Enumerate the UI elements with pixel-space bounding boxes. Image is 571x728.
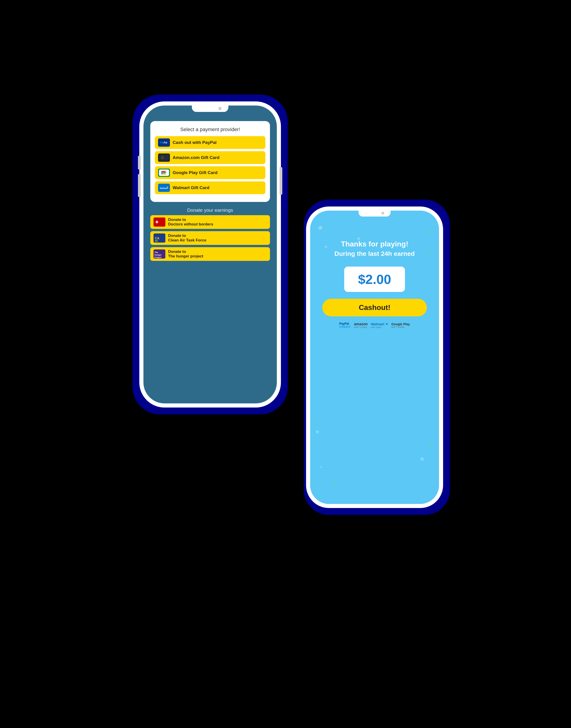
svg-text:Hunger: Hunger: [154, 254, 162, 256]
catf-icon: CA TF: [153, 233, 165, 242]
dwb-button[interactable]: ✚ Donate to Doctors without borders: [150, 215, 270, 229]
cashout-label: Cashout!: [359, 303, 390, 312]
star-deco-1: ★: [317, 223, 324, 232]
star-deco-4: ★: [356, 235, 362, 242]
walmart-button[interactable]: Walmart ✦ Walmart Gift Card: [155, 181, 265, 194]
gplay-gift-logo: Google Play GIFT CARD: [391, 322, 410, 328]
hp-icon: The Hunger Project: [153, 249, 165, 258]
gplay-button[interactable]: Google Play Gift Card: [155, 166, 265, 179]
hp-text: Donate to The hunger project: [168, 249, 203, 258]
hp-line2: The hunger project: [168, 254, 203, 258]
phone2-screen: ★ ★ ★ ★ ★ ★ ★ ★ ★ ★ Thanks for playing! …: [310, 217, 439, 504]
walmart-icon: Walmart ✦: [158, 184, 170, 192]
star-deco-5: ★: [429, 253, 432, 258]
phone1-screen: Select a payment provider! Pay Pal Cash …: [143, 112, 277, 403]
svg-text:✚: ✚: [155, 220, 158, 224]
amazon-label: Amazon.com Gift Card: [173, 155, 220, 160]
svg-text:TF: TF: [155, 240, 158, 242]
phone1-notch: [192, 106, 228, 112]
star-deco-8: ★: [319, 464, 323, 470]
cashout-button[interactable]: Cashout!: [322, 299, 427, 316]
svg-text:✦: ✦: [166, 186, 168, 189]
amazon-gift-logo: amazon GIFT CARD: [354, 322, 368, 328]
phone2-notch: [359, 211, 390, 217]
amazon-button[interactable]: ⌂ Amazon.com Gift Card: [155, 151, 265, 164]
star-deco-7: ★: [429, 441, 433, 447]
catf-line1: Donate to: [168, 233, 206, 238]
amazon-icon: ⌂: [158, 153, 170, 162]
paypal-button[interactable]: Pay Pal Cash out with PayPal: [155, 136, 265, 149]
phone2: ★ ★ ★ ★ ★ ★ ★ ★ ★ ★ Thanks for playing! …: [306, 207, 443, 508]
paypal-credit-logo: PayPal CREDIT: [339, 322, 351, 328]
hp-button[interactable]: The Hunger Project Donate to The hunger …: [150, 247, 270, 261]
svg-text:Project: Project: [154, 256, 161, 258]
walmart-gift-logo: Walmart ✦ Gift Card: [371, 322, 388, 328]
payment-logos-row: PayPal CREDIT amazon GIFT CARD Walmart ✦…: [339, 322, 410, 328]
star-deco-2: ★: [425, 230, 430, 237]
hp-line1: Donate to: [168, 249, 203, 254]
scene: Select a payment provider! Pay Pal Cash …: [126, 67, 445, 661]
phone2-power-button: [442, 268, 443, 293]
thanks-line1: Thanks for playing!: [341, 240, 408, 248]
star-deco-3: ★: [324, 244, 328, 249]
amount-box: $2.00: [344, 267, 405, 292]
star-deco-6: ★: [315, 428, 320, 435]
star-deco-10: ★: [333, 480, 337, 486]
dwb-icon: ✚: [153, 217, 165, 227]
catf-button[interactable]: CA TF Donate to Clean Air Task Force: [150, 231, 270, 245]
thanks-text: Thanks for playing!: [341, 239, 408, 249]
svg-text:⌂: ⌂: [161, 154, 164, 160]
paypal-icon: Pay Pal: [158, 138, 170, 147]
power-button: [279, 167, 282, 195]
paypal-label: Cash out with PayPal: [173, 140, 217, 145]
payment-card: Select a payment provider! Pay Pal Cash …: [150, 121, 270, 202]
svg-text:Pal: Pal: [164, 141, 167, 144]
donate-section: Donate your earnings ✚ Donate to Doctors…: [150, 204, 270, 263]
gplay-icon: [158, 169, 170, 177]
svg-text:CA: CA: [155, 236, 159, 240]
payment-section-title: Select a payment provider!: [155, 126, 265, 132]
dwb-text: Donate to Doctors without borders: [168, 217, 213, 227]
donate-section-title: Donate your earnings: [150, 207, 270, 213]
volume-down-button: [138, 174, 141, 197]
catf-line2: Clean Air Task Force: [168, 238, 206, 242]
dwb-line1: Donate to: [168, 217, 213, 222]
svg-text:The: The: [154, 251, 158, 253]
phone1: Select a payment provider! Pay Pal Cash …: [139, 101, 281, 408]
amount-value: $2.00: [358, 272, 391, 287]
gplay-label: Google Play Gift Card: [173, 170, 217, 175]
dwb-line2: Doctors without borders: [168, 222, 213, 227]
star-deco-9: ★: [419, 455, 425, 463]
walmart-label: Walmart Gift Card: [173, 185, 209, 190]
catf-text: Donate to Clean Air Task Force: [168, 233, 206, 242]
volume-up-button: [138, 156, 141, 170]
earned-text: During the last 24h earned: [334, 250, 415, 257]
